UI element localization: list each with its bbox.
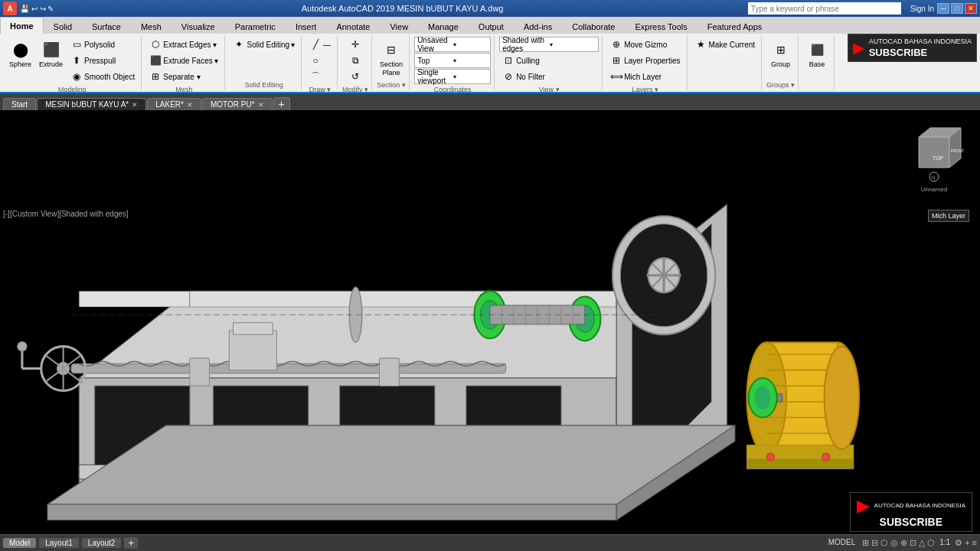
- tab-addins[interactable]: Add-ins: [514, 18, 562, 34]
- tab-visualize[interactable]: Visualize: [172, 18, 225, 34]
- extrude-button[interactable]: ⬛ Extrude: [36, 37, 66, 71]
- base-button[interactable]: ⬛ Base: [803, 37, 831, 71]
- transparency-icon[interactable]: ⬡: [927, 538, 935, 548]
- rotate-button[interactable]: ↺: [346, 69, 364, 84]
- osnap-icon[interactable]: ⊕: [900, 538, 907, 548]
- sphere-button[interactable]: ⬤ Sphere: [6, 37, 34, 71]
- tab-solid[interactable]: Solid: [44, 18, 82, 34]
- copy-button[interactable]: ⧉: [346, 53, 364, 68]
- more-icon[interactable]: ≡: [972, 538, 977, 548]
- draw-circle-button[interactable]: ○: [306, 53, 334, 68]
- layout1-tab[interactable]: Layout1: [39, 538, 79, 548]
- snap-icon[interactable]: ⊟: [871, 538, 878, 548]
- polar-icon[interactable]: ◎: [890, 538, 898, 548]
- match-layer-button[interactable]: ⟺ Mich Layer: [607, 69, 683, 84]
- canvas-viewport[interactable]: TOP FRONT N Unnamed Mich Layer ▶ AUTOCAD…: [0, 110, 980, 551]
- add-tab-button[interactable]: +: [273, 97, 290, 110]
- make-current-button[interactable]: ★ Make Current: [692, 37, 759, 52]
- draw-arc-button[interactable]: ⌒: [306, 69, 334, 84]
- tab-view[interactable]: View: [380, 18, 418, 34]
- make-current-group: ★ Make Current: [689, 35, 763, 90]
- shading-dropdown[interactable]: Shaded with edges ▾: [499, 37, 599, 52]
- layer-panel-text: Mich Layer: [932, 212, 965, 220]
- tab-insert[interactable]: Insert: [286, 18, 327, 34]
- move-gizmo-button[interactable]: ⊕Move Gizmo: [607, 37, 683, 52]
- draw-line-button[interactable]: ╱—: [306, 37, 334, 52]
- groups-content: ⊞ Group: [767, 37, 795, 80]
- ortho-icon[interactable]: ⬡: [880, 538, 888, 548]
- polysolid-icon: ▭: [70, 38, 83, 51]
- tab-mesh[interactable]: Mesh: [131, 18, 172, 34]
- separate-button[interactable]: ⊞ Separate ▾: [146, 69, 221, 84]
- extrude-label: Extrude: [39, 60, 63, 69]
- model-tab[interactable]: Model: [3, 538, 36, 548]
- add-layout-btn[interactable]: +: [124, 537, 138, 549]
- subscribe-button-top[interactable]: SUBSCRIBE: [869, 47, 972, 58]
- solid-editing-label: Solid Editing: [247, 41, 289, 49]
- section-plane-button[interactable]: ⊟ SectionPlane: [377, 37, 406, 80]
- presspull-button[interactable]: ⬆ Presspull: [67, 53, 138, 68]
- otrack-icon[interactable]: ⊡: [910, 538, 916, 548]
- extrude-faces-button[interactable]: ⬛ Extrude Faces ▾: [146, 53, 221, 68]
- no-filter-button[interactable]: ⊘ No Filter: [499, 69, 599, 84]
- doc-tab-laker[interactable]: LAKER* ✕: [147, 98, 201, 110]
- extract-edges-label: Extract Edges ▾: [163, 41, 217, 49]
- doc-tab-start[interactable]: Start: [3, 98, 36, 110]
- base-group: ⬛ Base: [800, 35, 835, 90]
- settings-icon[interactable]: ⚙: [955, 538, 962, 548]
- maximize-button[interactable]: □: [951, 3, 963, 14]
- lineweight-icon[interactable]: △: [919, 538, 925, 548]
- tab-surface[interactable]: Surface: [82, 18, 131, 34]
- solid-editing-button[interactable]: ✦ Solid Editing ▾: [230, 37, 298, 52]
- tab-parametric[interactable]: Parametric: [225, 18, 286, 34]
- culling-button[interactable]: ⊡ Culling: [499, 53, 599, 68]
- smooth-object-button[interactable]: ◉ Smooth Object: [67, 69, 138, 84]
- draw-group-label: Draw ▾: [309, 86, 332, 93]
- tab-collaborate[interactable]: Collaborate: [562, 18, 625, 34]
- minimize-button[interactable]: ─: [937, 3, 949, 14]
- arc-icon: ⌒: [309, 70, 322, 83]
- status-icons-right: MODEL ⊞ ⊟ ⬡ ◎ ⊕ ⊡ △ ⬡ 1:1 ⚙ + ≡: [828, 538, 977, 548]
- group-icon: ⊞: [770, 39, 792, 60]
- mesh-small-btns: ⬡ Extract Edges ▾ ⬛ Extrude Faces ▾ ⊞ Se…: [146, 37, 221, 84]
- smooth-icon: ◉: [70, 70, 83, 83]
- viewpoint-dropdown[interactable]: Top ▾: [414, 53, 491, 68]
- tab-output[interactable]: Output: [469, 18, 514, 34]
- tab-manage[interactable]: Manage: [418, 18, 469, 34]
- doc-tab-mesin[interactable]: MESIN bUBUT KAYU A* ✕: [37, 98, 146, 110]
- svg-rect-39: [379, 358, 399, 386]
- subscribe-badge-bottom[interactable]: ▶ AUTOCAD BAHASA INDONESIA SUBSCRIBE: [850, 492, 972, 532]
- viewcube[interactable]: TOP FRONT N Unnamed: [903, 122, 965, 183]
- grid-icon[interactable]: ⊞: [862, 538, 869, 548]
- view-dropdown[interactable]: Unsaved View ▾: [414, 37, 491, 52]
- tab-express[interactable]: Express Tools: [625, 18, 697, 34]
- svg-rect-66: [234, 323, 273, 334]
- subscribe-button-bottom[interactable]: SUBSCRIBE: [880, 516, 942, 528]
- svg-marker-11: [190, 291, 616, 307]
- polysolid-button[interactable]: ▭ Polysolid: [67, 37, 138, 52]
- close-laker-tab[interactable]: ✕: [187, 101, 193, 109]
- close-button[interactable]: ✕: [965, 3, 977, 14]
- draw-group-content: ╱— ○ ⌒: [306, 37, 334, 84]
- section-group: ⊟ SectionPlane Section ▾: [374, 35, 410, 90]
- svg-point-44: [18, 341, 27, 350]
- close-mesin-tab[interactable]: ✕: [132, 101, 138, 109]
- tab-featured[interactable]: Featured Apps: [697, 18, 773, 34]
- channel-name-top: AUTOCAD BAHASA INDONESIA: [869, 37, 972, 47]
- tab-annotate[interactable]: Annotate: [326, 18, 380, 34]
- svg-text:N: N: [932, 175, 935, 180]
- close-motor-tab[interactable]: ✕: [258, 101, 264, 109]
- viewport-layout-dropdown[interactable]: Single viewport ▾: [414, 69, 491, 84]
- customize-icon[interactable]: +: [965, 538, 969, 548]
- tab-home[interactable]: Home: [0, 17, 44, 34]
- signin-link[interactable]: Sign In: [910, 5, 934, 13]
- move-button[interactable]: ✛: [346, 37, 364, 52]
- doc-tab-motor[interactable]: MOTOR PU* ✕: [202, 98, 273, 110]
- layer-properties-button[interactable]: ⊞Layer Properties: [607, 53, 683, 68]
- svg-point-61: [755, 386, 771, 409]
- extract-edges-button[interactable]: ⬡ Extract Edges ▾: [146, 37, 221, 52]
- group-button[interactable]: ⊞ Group: [767, 37, 795, 71]
- search-input[interactable]: [748, 2, 901, 15]
- subscribe-badge-top[interactable]: ▶ AUTOCAD BAHASA INDONESIA SUBSCRIBE: [848, 34, 977, 62]
- layout2-tab[interactable]: Layout2: [82, 538, 122, 548]
